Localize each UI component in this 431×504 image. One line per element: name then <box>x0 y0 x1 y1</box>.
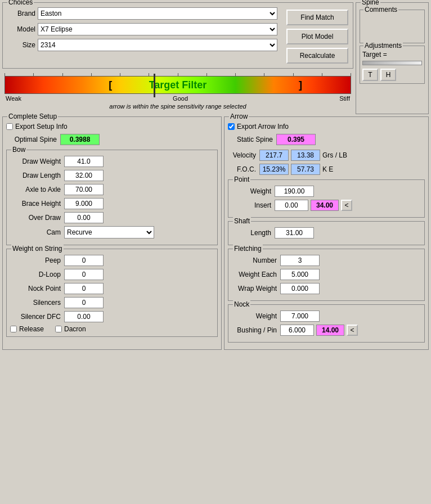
complete-setup-box: Complete Setup Export Setup Info Optimal… <box>2 116 222 350</box>
brace-height-label: Brace Height <box>10 200 61 208</box>
bottom-section: Complete Setup Export Setup Info Optimal… <box>2 116 429 350</box>
cam-label: Cam <box>10 228 61 236</box>
size-label: Size <box>7 41 35 49</box>
export-setup-row: Export Setup Info <box>6 123 218 130</box>
peep-input[interactable] <box>64 255 104 266</box>
adj-slider[interactable] <box>362 61 422 65</box>
draw-length-input[interactable] <box>64 170 104 181</box>
nock-weight-label: Weight <box>232 312 277 320</box>
arrow-inner: Export Arrow Info Static Spine 0.395 Vel… <box>228 123 425 343</box>
choices-inner: Brand EastonCarbon ExpressGold TipVictor… <box>7 7 348 64</box>
shaft-box: Shaft Length <box>228 221 425 245</box>
peep-row: Peep <box>10 255 214 266</box>
good-label: Good <box>173 95 188 102</box>
dacron-label[interactable]: Dacron <box>55 325 86 333</box>
brace-height-input[interactable] <box>64 198 104 209</box>
dloop-label: D-Loop <box>10 271 61 278</box>
bow-inner: Draw Weight Draw Length Axle to Axle <box>10 156 214 238</box>
arrow-note: arrow is within the spine sensitivity ra… <box>5 103 351 110</box>
bushing-value2: 14.00 <box>316 325 344 336</box>
peep-label: Peep <box>10 256 61 264</box>
silencers-input[interactable] <box>64 297 104 308</box>
spine-adjustments: Adjustments Target = T H <box>360 46 425 84</box>
slider-handle[interactable] <box>154 74 155 97</box>
silencer-dfc-input[interactable] <box>64 311 104 322</box>
size-select[interactable]: 231423122413 <box>38 39 277 51</box>
gradient-bar: [ Target Filter ] <box>5 76 351 94</box>
over-draw-input[interactable] <box>64 212 104 223</box>
nock-point-input[interactable] <box>64 283 104 294</box>
model-select[interactable]: X7 EclipseX7X10 <box>38 23 277 35</box>
velocity-value1: 217.7 <box>259 150 289 161</box>
dacron-text: Dacron <box>64 325 86 333</box>
bow-box: Bow Draw Weight Draw Length Ax <box>6 150 218 245</box>
shaft-legend: Shaft <box>233 217 251 225</box>
bushing-row: Bushing / Pin 14.00 < <box>232 325 421 336</box>
velocity-label: Velocity <box>228 151 256 159</box>
bow-legend: Bow <box>11 146 26 154</box>
static-spine-label: Static Spine <box>228 136 273 143</box>
weight-each-input[interactable] <box>280 269 320 280</box>
point-inner: Weight Insert 34.00 < <box>232 186 421 211</box>
dloop-input[interactable] <box>64 269 104 280</box>
insert-arrow-button[interactable]: < <box>341 200 352 211</box>
insert-value2: 34.00 <box>311 200 339 211</box>
point-box: Point Weight Insert 34.00 < <box>228 179 425 218</box>
h-button[interactable]: H <box>380 69 396 81</box>
nock-box: Nock Weight Bushing / Pin 14.00 < <box>228 304 425 343</box>
foc-value2: 57.73 <box>291 164 320 175</box>
static-spine-value: 0.395 <box>276 134 316 145</box>
velocity-unit: Grs / LB <box>322 151 347 159</box>
recalculate-button[interactable]: Recalculate <box>286 48 348 64</box>
bushing-arrow-button[interactable]: < <box>347 325 358 336</box>
comments-legend: Comments <box>363 6 398 14</box>
dacron-checkbox[interactable] <box>55 326 62 332</box>
over-draw-label: Over Draw <box>10 214 61 222</box>
slider-area: [ Target Filter ] <box>5 73 351 94</box>
nock-weight-input[interactable] <box>280 310 320 322</box>
arrow-box: Arrow Export Arrow Info Static Spine 0.3… <box>224 116 429 350</box>
plot-model-button[interactable]: Plot Model <box>286 29 348 44</box>
release-label[interactable]: Release <box>10 325 44 333</box>
action-buttons-area: Find Match Plot Model Recalculate <box>286 10 348 64</box>
draw-weight-input[interactable] <box>64 156 104 167</box>
weight-each-label: Weight Each <box>232 271 277 278</box>
brand-row: Brand EastonCarbon ExpressGold TipVictor… <box>7 7 277 20</box>
wrap-weight-input[interactable] <box>280 283 320 294</box>
point-weight-input[interactable] <box>275 186 314 197</box>
export-setup-label[interactable]: Export Setup Info <box>6 123 68 130</box>
bushing-value1-input[interactable] <box>280 325 314 336</box>
spine-comments: Comments <box>360 10 425 43</box>
cam-select[interactable]: RecurveSoftMediumHard <box>64 226 154 238</box>
export-arrow-checkbox[interactable] <box>228 123 235 130</box>
filter-bracket-right: ] <box>299 79 302 91</box>
find-match-button[interactable]: Find Match <box>286 10 348 25</box>
export-arrow-row: Export Arrow Info <box>228 123 425 130</box>
wos-inner: Peep D-Loop Nock Point <box>10 255 214 333</box>
release-checkbox[interactable] <box>10 326 17 332</box>
point-legend: Point <box>233 176 250 183</box>
right-column: Arrow Export Arrow Info Static Spine 0.3… <box>224 116 429 350</box>
t-button[interactable]: T <box>362 69 378 81</box>
export-setup-checkbox[interactable] <box>6 123 13 130</box>
adjustments-legend: Adjustments <box>363 42 403 50</box>
axle-to-axle-input[interactable] <box>64 184 104 195</box>
fletching-inner: Number Weight Each Wrap Weight <box>232 255 421 294</box>
fletching-number-input[interactable] <box>280 255 320 266</box>
th-row: T H <box>362 69 422 81</box>
insert-value1-input[interactable] <box>275 200 308 211</box>
filter-section: [ Target Filter ] Weak Good Stiff arrow … <box>2 71 353 112</box>
top-section: Choices Brand EastonCarbon ExpressGold T… <box>2 2 429 114</box>
wrap-weight-label: Wrap Weight <box>232 285 277 292</box>
velocity-value2: 13.38 <box>291 150 320 161</box>
brand-select[interactable]: EastonCarbon ExpressGold TipVictory <box>38 7 277 20</box>
shaft-length-input[interactable] <box>275 227 314 238</box>
nock-point-row: Nock Point <box>10 283 214 294</box>
release-text: Release <box>19 325 44 333</box>
nock-weight-row: Weight <box>232 310 421 322</box>
bushing-label: Bushing / Pin <box>232 326 277 334</box>
choices-legend: Choices <box>7 0 34 6</box>
export-arrow-label[interactable]: Export Arrow Info <box>228 123 289 130</box>
silencers-label: Silencers <box>10 299 61 307</box>
filter-label: Target Filter <box>149 79 207 91</box>
